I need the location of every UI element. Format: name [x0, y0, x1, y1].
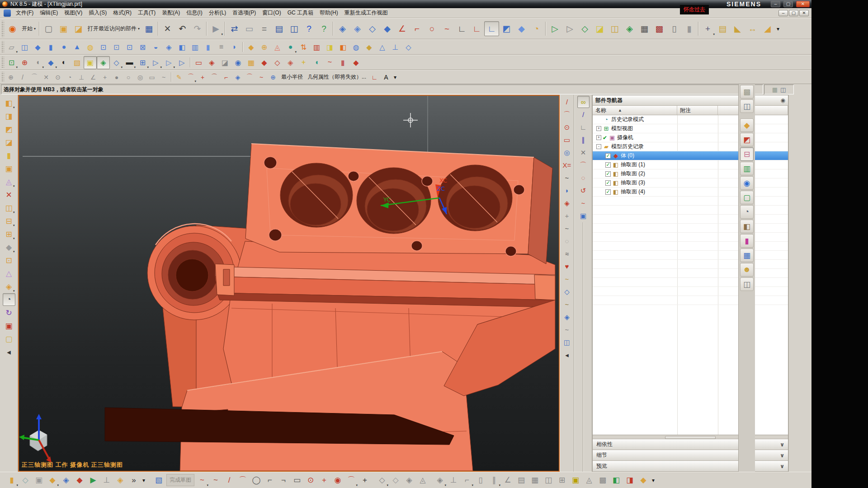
toolbar-icon[interactable]: ▦: [772, 86, 778, 94]
save-icon[interactable]: ▦: [142, 21, 156, 36]
toolbar-icon[interactable]: ⊕: [5, 71, 17, 83]
toolbar-icon[interactable]: ⊥: [75, 71, 87, 83]
toolbar-icon[interactable]: ~: [323, 56, 336, 69]
windows-tab[interactable]: ◫: [740, 277, 754, 291]
toolbar-icon[interactable]: ▢: [3, 333, 15, 345]
toolbar-icon[interactable]: ⊙: [52, 71, 64, 83]
toolbar-icon[interactable]: ◬▾: [3, 175, 15, 188]
section-相依性[interactable]: 相依性∨: [593, 439, 788, 450]
toolbar-options-arrow[interactable]: ▾: [392, 73, 398, 81]
toolbar-icon[interactable]: ◗: [561, 184, 573, 197]
toolbar-icon[interactable]: ◨: [323, 41, 336, 54]
toolbar-icon[interactable]: ◉: [231, 56, 245, 69]
update-icon[interactable]: ↻: [3, 306, 15, 319]
profile-icon[interactable]: ~▾: [195, 474, 209, 487]
toolbar-icon[interactable]: ◖: [310, 56, 323, 69]
toolbar-icon[interactable]: ∟: [484, 21, 499, 36]
toolbar-icon[interactable]: ~: [561, 298, 573, 310]
toolbar-icon[interactable]: ▩: [652, 21, 667, 36]
toolbar-icon[interactable]: ⊡: [97, 41, 110, 54]
menu-item-5[interactable]: 格式(R): [110, 8, 135, 18]
texture-icon[interactable]: ▩: [740, 85, 754, 99]
column-notes[interactable]: 附注: [677, 106, 718, 115]
toolbar-icon[interactable]: ▷: [547, 21, 562, 36]
toolbar-icon[interactable]: ▷▾: [162, 56, 175, 69]
toolbar-icon[interactable]: ●: [57, 41, 71, 54]
polygon-icon[interactable]: ⊙: [304, 474, 317, 487]
part-navigator-tab[interactable]: ⊟: [740, 147, 754, 161]
open-file-icon[interactable]: ▣: [56, 21, 71, 36]
toolbar-icon[interactable]: ◈: [561, 197, 573, 209]
circle-icon[interactable]: ◯: [250, 474, 263, 487]
panel-splitter[interactable]: [593, 435, 788, 439]
toolbar-icon[interactable]: +: [317, 474, 331, 487]
node-checkbox[interactable]: ✓: [605, 189, 611, 195]
open-recent-icon[interactable]: ◪: [71, 21, 86, 36]
menu-item-10[interactable]: 首选项(P): [229, 8, 259, 18]
history-tab[interactable]: ◔: [740, 205, 754, 219]
menu-item-9[interactable]: 分析(L): [206, 8, 230, 18]
toolbar-icon[interactable]: ⌒: [577, 159, 590, 171]
toolbar-icon[interactable]: ▯: [667, 21, 682, 36]
toolbar-icon[interactable]: +▾: [700, 21, 715, 36]
toolbar-icon[interactable]: ◫: [542, 474, 555, 487]
close-part-icon[interactable]: ✕: [160, 21, 175, 36]
toolbar-icon[interactable]: ◆▾: [46, 474, 59, 487]
toolbar-icon[interactable]: ◆: [514, 21, 529, 36]
pin-icon[interactable]: ◉: [781, 97, 785, 103]
menu-item-8[interactable]: 信息(I): [183, 8, 205, 18]
doc-close-button[interactable]: ✕: [799, 10, 809, 16]
toolbar-icon[interactable]: ◆▾: [3, 241, 15, 253]
toolbar-icon[interactable]: ◎: [134, 71, 146, 83]
toolbar-icon[interactable]: ◈: [335, 21, 350, 36]
menu-item-7[interactable]: 装配(A): [159, 8, 183, 18]
toolbar-icon[interactable]: ▣: [32, 474, 46, 487]
screen-icon[interactable]: ◫: [740, 99, 754, 113]
delete-face-icon[interactable]: ✕: [3, 188, 15, 201]
window-icon[interactable]: ▭: [242, 21, 257, 36]
toolbar-icon[interactable]: ⊥: [447, 474, 460, 487]
toolbar-icon[interactable]: ◍: [84, 41, 97, 54]
chevron-down-icon[interactable]: ∨: [780, 452, 784, 459]
toolbar-icon[interactable]: ⌒▾: [185, 71, 197, 83]
toolbar-icon[interactable]: ⌐: [220, 71, 232, 83]
toolbar-icon[interactable]: ◈: [113, 474, 127, 487]
snap-chain-icon[interactable]: ∞: [577, 96, 590, 108]
menu-item-1[interactable]: 文件(F): [13, 8, 37, 18]
toolbar-icon[interactable]: ~: [561, 222, 573, 235]
toolbar-icon[interactable]: ◈: [622, 21, 637, 36]
toolbar-icon[interactable]: ◇: [389, 474, 402, 487]
toolbar-icon[interactable]: ◪: [3, 136, 15, 149]
viewport-3d-model[interactable]: YC XC ZC: [19, 96, 559, 471]
toolbar-icon[interactable]: ◆: [73, 474, 86, 487]
toolbar-icon[interactable]: ◣: [730, 21, 745, 36]
node-checkbox[interactable]: ✓: [605, 162, 611, 168]
toolbar-icon[interactable]: ~: [209, 474, 222, 487]
toolbar-icon[interactable]: ↔: [745, 21, 760, 36]
toolbar-icon[interactable]: ⊡: [123, 41, 136, 54]
toolbar-icon[interactable]: ◇: [402, 41, 415, 54]
toolbar-icon[interactable]: ◧: [336, 41, 349, 54]
toolbar-icon[interactable]: ▲: [71, 41, 84, 54]
toolbar-options-arrow[interactable]: ▾: [141, 476, 147, 484]
assembly-navigator-tab[interactable]: ◆: [740, 118, 754, 132]
redo-icon[interactable]: ↷: [190, 21, 205, 36]
toolbar-icon[interactable]: ▮▾: [5, 474, 19, 487]
toolbar-grip[interactable]: [1, 56, 4, 68]
tree-row-抽取面3[interactable]: ✓◧抽取面 (3): [593, 178, 788, 188]
toolbar-icon[interactable]: ◍: [349, 41, 363, 54]
toolbar-icon[interactable]: ◇▾: [110, 56, 123, 69]
toolbar-icon[interactable]: ◆: [637, 474, 650, 487]
toolbar-icon[interactable]: ~: [561, 273, 573, 285]
toolbar-icon[interactable]: ◨: [623, 474, 637, 487]
toolbar-icon[interactable]: ⊞▾: [136, 56, 149, 69]
minimize-button[interactable]: –: [771, 1, 780, 7]
chevron-down-icon[interactable]: ∨: [780, 441, 784, 448]
menu-item-12[interactable]: GC 工具箱: [284, 8, 316, 18]
toolbar-icon[interactable]: ⊥: [100, 474, 113, 487]
toolbar-icon[interactable]: ⊡: [3, 254, 15, 267]
expander-icon[interactable]: -: [596, 144, 601, 149]
toolbar-icon[interactable]: ◪: [218, 56, 231, 69]
toolbar-grip[interactable]: [1, 41, 4, 53]
properties-icon[interactable]: ▤: [272, 21, 287, 36]
